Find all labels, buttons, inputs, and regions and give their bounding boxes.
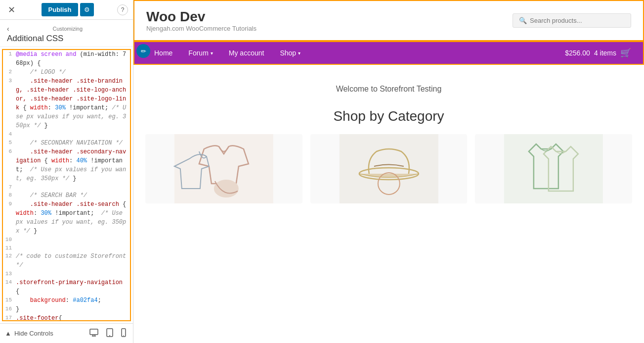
code-line: 10: [3, 236, 130, 244]
mobile-icon: [121, 330, 126, 339]
desktop-view-button[interactable]: [87, 327, 100, 340]
svg-point-7: [123, 335, 124, 336]
code-line: 11: [3, 244, 130, 252]
code-line: 12 /* code to customize Storefront*/: [3, 252, 130, 270]
svg-point-9: [214, 180, 239, 197]
code-line: 9 .site-header .site-search { width: 30%…: [3, 200, 130, 236]
shop-by-category-heading: Shop by Category: [145, 108, 632, 124]
back-arrow[interactable]: ‹: [7, 25, 9, 33]
edit-pencil-icon[interactable]: ✏: [136, 44, 150, 58]
code-line: 13: [3, 270, 130, 278]
welcome-text: Welcome to Storefront Testing: [145, 85, 632, 94]
customizing-header: ‹ Customizing Additional CSS: [0, 20, 133, 47]
code-line: 15 background: #a02fa4;: [3, 296, 130, 305]
preview-area: Woo Dev Njengah.com WooCommerce Tutorial…: [133, 0, 644, 343]
code-line: 4: [3, 130, 130, 139]
code-line: 14 .storefront-primary-navigation {: [3, 278, 130, 296]
cart-icon[interactable]: 🛒: [620, 48, 631, 58]
svg-rect-10: [339, 134, 438, 203]
help-button[interactable]: ?: [117, 4, 128, 15]
svg-point-5: [109, 335, 110, 336]
svg-rect-0: [90, 329, 98, 335]
svg-rect-13: [504, 134, 603, 203]
code-line: 3 .site-header .site-branding, .site-hea…: [3, 77, 130, 130]
category-card-3[interactable]: [475, 134, 632, 203]
search-input[interactable]: [530, 17, 625, 24]
cart-amount: $256.00: [565, 49, 590, 57]
mobile-view-button[interactable]: [119, 327, 128, 340]
desktop-icon: [89, 330, 98, 338]
publish-area: Publish ⚙: [42, 3, 94, 16]
code-line: 2 /* LOGO */: [3, 68, 130, 77]
site-name: Woo Dev: [146, 9, 257, 25]
code-line: 5 /* SECONDARY NAVIGATION */: [3, 139, 130, 147]
close-button[interactable]: ✕: [5, 3, 18, 16]
device-icons: [87, 327, 128, 340]
code-line: 7: [3, 183, 130, 192]
css-code-editor[interactable]: 1 @media screen and (min-width: 768px) {…: [2, 49, 131, 321]
main-content: Welcome to Storefront Testing Shop by Ca…: [133, 65, 644, 215]
code-line: 17 .site-footer{: [3, 314, 130, 322]
left-panel: ✕ Publish ⚙ ? ‹ Customizing Additional C…: [0, 0, 133, 343]
hide-controls-button[interactable]: ▲ Hide Controls: [5, 330, 53, 337]
site-header: Woo Dev Njengah.com WooCommerce Tutorial…: [133, 0, 644, 41]
nav-items: Home Forum ▾ My account Shop ▾: [146, 42, 565, 64]
code-line: 6 .site-header .secondary-navigation { w…: [3, 147, 130, 183]
additional-css-title: Additional CSS: [7, 34, 126, 44]
gear-button[interactable]: ⚙: [80, 3, 94, 16]
nav-wrapper: ✏ Home Forum ▾ My account Shop ▾: [133, 41, 644, 65]
site-branding: Woo Dev Njengah.com WooCommerce Tutorial…: [146, 9, 257, 32]
site-search[interactable]: 🔍: [513, 13, 631, 28]
nav-item-shop[interactable]: Shop ▾: [272, 42, 308, 64]
search-icon: 🔍: [519, 17, 527, 24]
site-nav: Home Forum ▾ My account Shop ▾ $256: [133, 41, 644, 65]
forum-dropdown-icon: ▾: [211, 50, 213, 56]
nav-item-myaccount[interactable]: My account: [221, 42, 272, 64]
category-card-2[interactable]: [310, 134, 468, 203]
gear-icon: ⚙: [84, 6, 90, 13]
code-line: 1 @media screen and (min-width: 768px) {: [3, 50, 130, 68]
category-card-1[interactable]: [145, 134, 302, 203]
cart-items-count: 4 items: [594, 49, 616, 57]
shop-dropdown-icon: ▾: [298, 50, 301, 56]
category-grid: [145, 134, 632, 203]
nav-cart: $256.00 4 items 🛒: [565, 48, 631, 58]
top-bar: ✕ Publish ⚙ ?: [0, 0, 133, 20]
publish-button[interactable]: Publish: [42, 3, 79, 16]
bottom-bar: ▲ Hide Controls: [0, 323, 133, 343]
code-line: 16 }: [3, 305, 130, 314]
customizing-label: ‹ Customizing: [7, 25, 126, 33]
nav-item-home[interactable]: Home: [146, 42, 180, 64]
preview-frame: Woo Dev Njengah.com WooCommerce Tutorial…: [133, 0, 644, 343]
hide-controls-icon: ▲: [5, 330, 11, 337]
tablet-icon: [106, 330, 113, 339]
code-line: 8 /* SEARCH BAR */: [3, 191, 130, 200]
site-tagline: Njengah.com WooCommerce Tutorials: [146, 25, 257, 32]
nav-item-forum[interactable]: Forum ▾: [180, 42, 220, 64]
tablet-view-button[interactable]: [104, 327, 115, 340]
